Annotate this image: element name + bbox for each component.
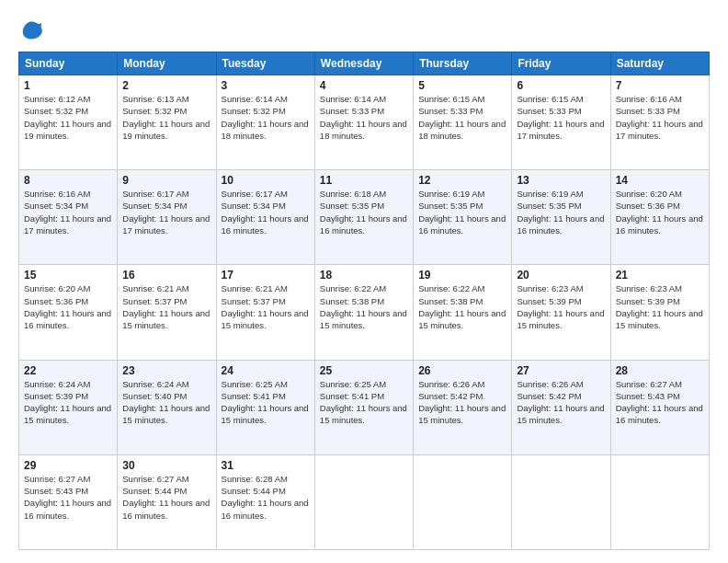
calendar-day-cell: 28 Sunrise: 6:27 AMSunset: 5:43 PMDaylig… — [610, 360, 709, 454]
day-info: Sunrise: 6:19 AMSunset: 5:35 PMDaylight:… — [418, 189, 506, 236]
calendar-table: SundayMondayTuesdayWednesdayThursdayFrid… — [18, 52, 710, 550]
calendar-day-cell: 16 Sunrise: 6:21 AMSunset: 5:37 PMDaylig… — [118, 265, 216, 360]
calendar-day-cell: 27 Sunrise: 6:26 AMSunset: 5:42 PMDaylig… — [512, 360, 610, 454]
day-of-week-header: Saturday — [610, 52, 709, 75]
calendar-day-cell: 2 Sunrise: 6:13 AMSunset: 5:32 PMDayligh… — [118, 75, 216, 170]
day-info: Sunrise: 6:14 AMSunset: 5:32 PMDaylight:… — [222, 94, 309, 141]
day-of-week-header: Friday — [512, 52, 610, 75]
calendar-day-cell: 26 Sunrise: 6:26 AMSunset: 5:42 PMDaylig… — [414, 360, 512, 454]
day-info: Sunrise: 6:19 AMSunset: 5:35 PMDaylight:… — [517, 189, 604, 236]
day-number: 2 — [122, 79, 210, 92]
day-number: 12 — [418, 174, 506, 187]
calendar-week-row: 22 Sunrise: 6:24 AMSunset: 5:39 PMDaylig… — [19, 360, 710, 454]
day-info: Sunrise: 6:15 AMSunset: 5:33 PMDaylight:… — [418, 94, 506, 141]
day-info: Sunrise: 6:24 AMSunset: 5:40 PMDaylight:… — [122, 379, 210, 426]
calendar-week-row: 29 Sunrise: 6:27 AMSunset: 5:43 PMDaylig… — [19, 454, 710, 549]
day-number: 5 — [418, 79, 506, 92]
day-info: Sunrise: 6:25 AMSunset: 5:41 PMDaylight:… — [222, 379, 309, 426]
calendar-day-cell: 7 Sunrise: 6:16 AMSunset: 5:33 PMDayligh… — [610, 75, 709, 170]
day-number: 27 — [517, 364, 605, 377]
day-info: Sunrise: 6:21 AMSunset: 5:37 PMDaylight:… — [222, 283, 309, 330]
day-number: 25 — [320, 364, 408, 377]
day-number: 15 — [24, 269, 112, 282]
calendar-body: 1 Sunrise: 6:12 AMSunset: 5:32 PMDayligh… — [19, 75, 710, 550]
calendar-day-cell: 9 Sunrise: 6:17 AMSunset: 5:34 PMDayligh… — [118, 170, 216, 265]
day-info: Sunrise: 6:12 AMSunset: 5:32 PMDaylight:… — [24, 94, 111, 141]
calendar-day-cell: 15 Sunrise: 6:20 AMSunset: 5:36 PMDaylig… — [19, 265, 118, 360]
day-number: 18 — [320, 269, 408, 282]
calendar-week-row: 8 Sunrise: 6:16 AMSunset: 5:34 PMDayligh… — [19, 170, 710, 265]
empty-cell — [414, 454, 512, 549]
calendar-day-cell: 8 Sunrise: 6:16 AMSunset: 5:34 PMDayligh… — [19, 170, 118, 265]
day-info: Sunrise: 6:22 AMSunset: 5:38 PMDaylight:… — [320, 283, 407, 330]
page: SundayMondayTuesdayWednesdayThursdayFrid… — [0, 0, 728, 563]
calendar-day-cell: 6 Sunrise: 6:15 AMSunset: 5:33 PMDayligh… — [512, 75, 610, 170]
day-of-week-header: Sunday — [19, 52, 118, 75]
day-number: 24 — [222, 364, 310, 377]
calendar-day-cell: 19 Sunrise: 6:22 AMSunset: 5:38 PMDaylig… — [414, 265, 512, 360]
calendar-day-cell: 24 Sunrise: 6:25 AMSunset: 5:41 PMDaylig… — [216, 360, 314, 454]
day-info: Sunrise: 6:22 AMSunset: 5:38 PMDaylight:… — [418, 283, 506, 330]
day-number: 21 — [616, 269, 704, 282]
calendar-day-cell: 10 Sunrise: 6:17 AMSunset: 5:34 PMDaylig… — [216, 170, 314, 265]
day-of-week-header: Wednesday — [314, 52, 413, 75]
calendar-day-cell: 30 Sunrise: 6:27 AMSunset: 5:44 PMDaylig… — [118, 454, 216, 549]
day-number: 17 — [222, 269, 310, 282]
calendar-header-row: SundayMondayTuesdayWednesdayThursdayFrid… — [19, 52, 710, 75]
day-info: Sunrise: 6:27 AMSunset: 5:43 PMDaylight:… — [616, 379, 703, 426]
day-number: 4 — [320, 79, 408, 92]
day-info: Sunrise: 6:13 AMSunset: 5:32 PMDaylight:… — [122, 94, 210, 141]
day-number: 30 — [122, 459, 210, 472]
day-info: Sunrise: 6:16 AMSunset: 5:33 PMDaylight:… — [616, 94, 703, 141]
day-number: 28 — [616, 364, 704, 377]
day-info: Sunrise: 6:25 AMSunset: 5:41 PMDaylight:… — [320, 379, 407, 426]
day-number: 29 — [24, 459, 112, 472]
calendar-day-cell: 18 Sunrise: 6:22 AMSunset: 5:38 PMDaylig… — [314, 265, 413, 360]
day-number: 23 — [122, 364, 210, 377]
day-info: Sunrise: 6:17 AMSunset: 5:34 PMDaylight:… — [122, 189, 210, 236]
empty-cell — [610, 454, 709, 549]
calendar-day-cell: 3 Sunrise: 6:14 AMSunset: 5:32 PMDayligh… — [216, 75, 314, 170]
day-number: 19 — [418, 269, 506, 282]
calendar-day-cell: 25 Sunrise: 6:25 AMSunset: 5:41 PMDaylig… — [314, 360, 413, 454]
day-number: 7 — [616, 79, 704, 92]
day-info: Sunrise: 6:15 AMSunset: 5:33 PMDaylight:… — [517, 94, 604, 141]
day-info: Sunrise: 6:23 AMSunset: 5:39 PMDaylight:… — [517, 283, 604, 330]
logo — [18, 17, 48, 42]
header — [18, 17, 710, 42]
day-info: Sunrise: 6:20 AMSunset: 5:36 PMDaylight:… — [24, 283, 111, 330]
calendar-day-cell: 20 Sunrise: 6:23 AMSunset: 5:39 PMDaylig… — [512, 265, 610, 360]
calendar-day-cell: 21 Sunrise: 6:23 AMSunset: 5:39 PMDaylig… — [610, 265, 709, 360]
day-of-week-header: Monday — [118, 52, 216, 75]
logo-icon — [18, 17, 44, 42]
day-of-week-header: Thursday — [414, 52, 512, 75]
calendar-day-cell: 22 Sunrise: 6:24 AMSunset: 5:39 PMDaylig… — [19, 360, 118, 454]
day-number: 26 — [418, 364, 506, 377]
calendar-day-cell: 4 Sunrise: 6:14 AMSunset: 5:33 PMDayligh… — [314, 75, 413, 170]
day-number: 11 — [320, 174, 408, 187]
calendar-day-cell: 11 Sunrise: 6:18 AMSunset: 5:35 PMDaylig… — [314, 170, 413, 265]
day-number: 20 — [517, 269, 605, 282]
day-info: Sunrise: 6:27 AMSunset: 5:44 PMDaylight:… — [122, 474, 210, 521]
day-info: Sunrise: 6:20 AMSunset: 5:36 PMDaylight:… — [616, 189, 703, 236]
day-info: Sunrise: 6:23 AMSunset: 5:39 PMDaylight:… — [616, 283, 703, 330]
calendar-day-cell: 31 Sunrise: 6:28 AMSunset: 5:44 PMDaylig… — [216, 454, 314, 549]
day-number: 14 — [616, 174, 704, 187]
day-info: Sunrise: 6:24 AMSunset: 5:39 PMDaylight:… — [24, 379, 111, 426]
day-info: Sunrise: 6:28 AMSunset: 5:44 PMDaylight:… — [222, 474, 309, 521]
day-info: Sunrise: 6:21 AMSunset: 5:37 PMDaylight:… — [122, 283, 210, 330]
day-number: 1 — [24, 79, 112, 92]
calendar-day-cell: 23 Sunrise: 6:24 AMSunset: 5:40 PMDaylig… — [118, 360, 216, 454]
calendar-day-cell: 1 Sunrise: 6:12 AMSunset: 5:32 PMDayligh… — [19, 75, 118, 170]
day-number: 10 — [222, 174, 310, 187]
day-number: 31 — [222, 459, 310, 472]
day-number: 8 — [24, 174, 112, 187]
calendar-day-cell: 13 Sunrise: 6:19 AMSunset: 5:35 PMDaylig… — [512, 170, 610, 265]
day-info: Sunrise: 6:26 AMSunset: 5:42 PMDaylight:… — [418, 379, 506, 426]
calendar-day-cell: 17 Sunrise: 6:21 AMSunset: 5:37 PMDaylig… — [216, 265, 314, 360]
day-info: Sunrise: 6:14 AMSunset: 5:33 PMDaylight:… — [320, 94, 407, 141]
calendar-day-cell: 12 Sunrise: 6:19 AMSunset: 5:35 PMDaylig… — [414, 170, 512, 265]
calendar-week-row: 15 Sunrise: 6:20 AMSunset: 5:36 PMDaylig… — [19, 265, 710, 360]
empty-cell — [512, 454, 610, 549]
day-info: Sunrise: 6:27 AMSunset: 5:43 PMDaylight:… — [24, 474, 111, 521]
